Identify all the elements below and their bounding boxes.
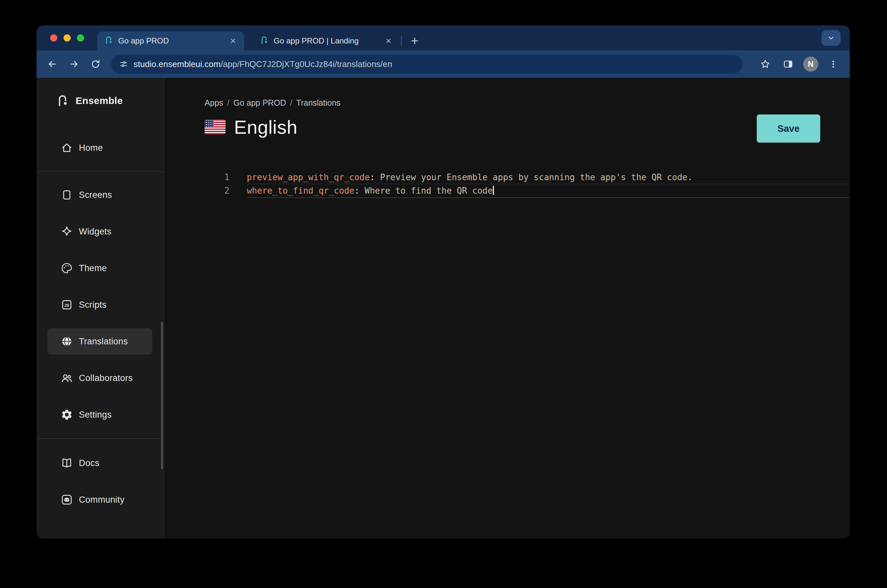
home-icon bbox=[60, 142, 73, 154]
sidebar-item-label: Widgets bbox=[79, 226, 111, 237]
tab-close-icon[interactable] bbox=[383, 35, 394, 47]
tab-search-button[interactable] bbox=[822, 30, 840, 46]
sidebar-item-theme[interactable]: Theme bbox=[47, 255, 152, 281]
settings-icon bbox=[60, 408, 73, 421]
screens-icon bbox=[60, 189, 73, 201]
sidebar-item-label: Collaborators bbox=[79, 373, 132, 383]
page-title-row: English bbox=[204, 113, 850, 141]
tab-go-app-prod-landing[interactable]: Go app PROD | Landing bbox=[253, 32, 400, 50]
reload-icon bbox=[90, 59, 101, 69]
breadcrumb-current: Translations bbox=[296, 98, 340, 108]
translations-editor[interactable]: 1 preview_app_with_qr_code: Preview your… bbox=[164, 171, 850, 198]
tab-title: Go app PROD bbox=[118, 36, 227, 45]
translations-icon bbox=[60, 335, 73, 348]
breadcrumb-separator: / bbox=[227, 98, 229, 108]
sidebar-item-label: Community bbox=[79, 495, 124, 505]
kebab-menu-icon bbox=[828, 59, 838, 69]
sidebar-item-community[interactable]: Community bbox=[47, 487, 152, 513]
editor-line[interactable]: 1 preview_app_with_qr_code: Preview your… bbox=[164, 171, 850, 184]
ensemble-logo-icon bbox=[55, 93, 70, 108]
line-number: 2 bbox=[164, 184, 229, 198]
sidebar-divider bbox=[37, 438, 164, 439]
brand-label: Ensemble bbox=[76, 95, 123, 106]
tab-separator bbox=[401, 36, 401, 46]
code-text[interactable]: preview_app_with_qr_code: Preview your E… bbox=[247, 171, 850, 184]
page-title: English bbox=[234, 116, 298, 138]
profile-avatar[interactable]: N bbox=[803, 57, 818, 72]
address-bar[interactable]: studio.ensembleui.com/app/FhQC7J2DjXTg0U… bbox=[111, 55, 742, 74]
chevron-down-icon bbox=[827, 34, 835, 42]
site-settings-icon[interactable] bbox=[119, 60, 128, 69]
forward-button[interactable] bbox=[66, 56, 82, 72]
sidebar-item-collaborators[interactable]: Collaborators bbox=[47, 365, 152, 391]
bookmark-button[interactable] bbox=[758, 56, 773, 72]
browser-menu-button[interactable] bbox=[825, 56, 841, 72]
side-panel-button[interactable] bbox=[780, 56, 796, 72]
ensemble-brand[interactable]: Ensemble bbox=[47, 88, 152, 114]
sidebar-item-home[interactable]: Home bbox=[47, 135, 152, 161]
us-flag-icon bbox=[204, 119, 226, 134]
sidebar-item-widgets[interactable]: Widgets bbox=[47, 219, 152, 244]
url-path: /app/FhQC7J2DjXTg0UcJz84i/translations/e… bbox=[221, 59, 392, 69]
tabs: Go app PROD Go app PROD | Landing bbox=[97, 32, 423, 50]
breadcrumb-apps[interactable]: Apps bbox=[204, 98, 223, 108]
new-tab-button[interactable] bbox=[406, 32, 423, 50]
traffic-lights bbox=[50, 34, 84, 42]
tab-strip: Go app PROD Go app PROD | Landing bbox=[37, 26, 850, 50]
ensemble-favicon bbox=[259, 35, 269, 46]
tab-title: Go app PROD | Landing bbox=[274, 36, 383, 45]
collaborators-icon bbox=[60, 372, 73, 384]
editor-line-active[interactable]: 2 where_to_find_qr_code: Where to find t… bbox=[164, 184, 850, 198]
sidebar-scrollbar[interactable] bbox=[161, 322, 163, 469]
code-text[interactable]: where_to_find_qr_code: Where to find the… bbox=[247, 184, 850, 198]
toolbar-right-icons: N bbox=[750, 56, 841, 72]
forward-arrow-icon bbox=[69, 59, 79, 69]
breadcrumb-separator: / bbox=[290, 98, 292, 108]
sidebar-item-label: Home bbox=[79, 143, 103, 153]
star-icon bbox=[760, 59, 770, 69]
sidebar-item-screens[interactable]: Screens bbox=[47, 182, 152, 208]
sidebar-item-docs[interactable]: Docs bbox=[47, 450, 152, 476]
sidebar-item-label: Settings bbox=[79, 410, 111, 420]
back-button[interactable] bbox=[45, 56, 60, 72]
tab-close-icon[interactable] bbox=[227, 35, 239, 47]
breadcrumb: Apps / Go app PROD / Translations bbox=[204, 98, 850, 108]
sidebar-item-label: Screens bbox=[79, 190, 112, 200]
docs-icon bbox=[60, 457, 73, 469]
main-panel: Apps / Go app PROD / Translations Englis… bbox=[164, 78, 850, 538]
scripts-icon: JS bbox=[60, 298, 73, 311]
url-text: studio.ensembleui.com/app/FhQC7J2DjXTg0U… bbox=[134, 59, 392, 69]
sidebar-item-label: Translations bbox=[79, 336, 128, 346]
desktop-background: Go app PROD Go app PROD | Landing bbox=[0, 0, 887, 588]
line-number: 1 bbox=[164, 171, 229, 184]
svg-text:JS: JS bbox=[64, 303, 69, 308]
url-domain: studio.ensembleui.com bbox=[134, 59, 221, 69]
save-button[interactable]: Save bbox=[757, 114, 820, 142]
sidebar-item-translations[interactable]: Translations bbox=[47, 328, 152, 354]
zoom-window-button[interactable] bbox=[77, 34, 84, 42]
reload-button[interactable] bbox=[88, 56, 104, 72]
app-content: Ensemble Home Screens Widgets bbox=[37, 78, 850, 538]
sidebar-item-settings[interactable]: Settings bbox=[47, 402, 152, 428]
browser-toolbar: studio.ensembleui.com/app/FhQC7J2DjXTg0U… bbox=[37, 50, 850, 78]
sidebar-item-label: Theme bbox=[79, 263, 107, 273]
sidebar-item-label: Scripts bbox=[79, 300, 107, 310]
sidebar: Ensemble Home Screens Widgets bbox=[37, 78, 164, 538]
widgets-icon bbox=[60, 225, 73, 238]
sidebar-divider bbox=[37, 171, 164, 172]
minimize-window-button[interactable] bbox=[63, 34, 71, 42]
theme-icon bbox=[60, 262, 73, 274]
breadcrumb-app-name[interactable]: Go app PROD bbox=[233, 98, 286, 108]
tab-go-app-prod[interactable]: Go app PROD bbox=[97, 32, 244, 50]
side-panel-icon bbox=[783, 59, 794, 69]
back-arrow-icon bbox=[47, 59, 58, 69]
ensemble-favicon bbox=[104, 35, 114, 46]
close-window-button[interactable] bbox=[50, 34, 57, 42]
text-cursor bbox=[493, 186, 494, 195]
browser-window: Go app PROD Go app PROD | Landing bbox=[37, 26, 850, 538]
sidebar-item-scripts[interactable]: JS Scripts bbox=[47, 292, 152, 318]
community-icon bbox=[60, 494, 73, 506]
sidebar-item-label: Docs bbox=[79, 458, 99, 468]
